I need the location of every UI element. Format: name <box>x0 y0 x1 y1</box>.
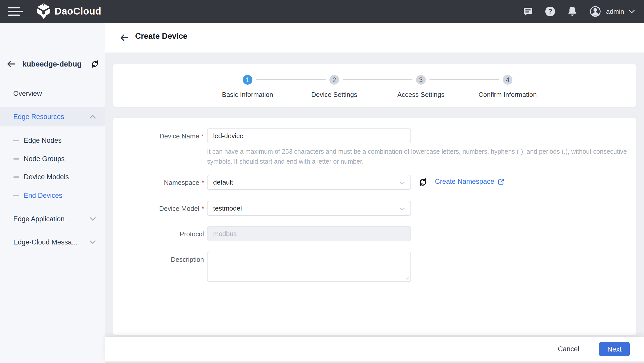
page-title: Create Device <box>135 32 187 41</box>
form-footer: Cancel Next <box>105 337 644 361</box>
step-1-label: Basic Information <box>222 91 273 99</box>
chevron-down-icon <box>400 182 405 185</box>
username: admin <box>606 8 624 16</box>
device-name-label: Device Name* <box>113 132 204 140</box>
sidebar-item-end-devices[interactable]: End Devices <box>0 186 105 205</box>
protocol-field <box>207 226 411 241</box>
bell-icon[interactable] <box>567 6 577 17</box>
step-3-circle: 3 <box>416 75 426 85</box>
chevron-up-icon <box>90 115 96 119</box>
sidebar-divider <box>7 82 98 82</box>
back-icon[interactable] <box>120 33 129 42</box>
top-navbar: DaoCloud ? admin <box>0 0 644 23</box>
namespace-select[interactable]: default <box>207 175 411 190</box>
step-4-label: Confirm Information <box>479 91 537 99</box>
workspace-title: kubeedge-debug <box>22 60 82 68</box>
daocloud-logo-icon <box>36 3 51 19</box>
bottom-strip <box>105 361 644 363</box>
step-2-circle: 2 <box>329 75 339 85</box>
device-name-hint: It can have a maximum of 253 characters … <box>207 147 635 166</box>
step-connector <box>256 79 326 80</box>
sidebar-group-edge-application[interactable]: Edge Application <box>0 210 105 228</box>
sidebar-group-edge-resources[interactable]: Edge Resources <box>0 107 105 126</box>
dash-icon <box>13 158 19 160</box>
required-asterisk: * <box>202 133 204 140</box>
sidebar-item-node-groups[interactable]: Node Groups <box>0 149 105 168</box>
required-asterisk: * <box>202 205 204 212</box>
avatar-icon <box>589 5 601 18</box>
message-icon[interactable] <box>523 6 533 17</box>
namespace-label: Namespace* <box>113 179 204 187</box>
sidebar-item-overview[interactable]: Overview <box>0 84 105 103</box>
sidebar: kubeedge-debug Overview Edge Resources E… <box>0 23 105 363</box>
protocol-label: Protocol <box>113 230 204 238</box>
step-connector <box>429 79 499 80</box>
menu-icon[interactable] <box>8 7 23 16</box>
external-link-icon <box>497 178 505 185</box>
namespace-value: default <box>213 178 233 186</box>
device-name-input[interactable] <box>208 129 410 143</box>
description-textarea[interactable] <box>208 252 410 281</box>
svg-text:?: ? <box>548 7 552 15</box>
required-asterisk: * <box>202 179 204 186</box>
dash-icon <box>13 176 19 178</box>
step-1-circle: 1 <box>243 75 252 85</box>
step-connector <box>343 79 413 80</box>
device-name-field <box>207 128 411 143</box>
stepper-card: 1 2 3 4 Basic Information Device Setting… <box>113 64 636 107</box>
device-model-label: Device Model* <box>113 205 204 213</box>
page-header: Create Device <box>105 23 644 53</box>
protocol-input <box>208 227 410 241</box>
user-menu[interactable]: admin <box>589 5 635 18</box>
chevron-down-icon <box>629 10 635 14</box>
step-3-label: Access Settings <box>397 91 445 99</box>
device-model-select[interactable]: testmodel <box>207 201 411 216</box>
step-2-label: Device Settings <box>311 91 357 99</box>
chevron-down-icon <box>90 217 96 221</box>
create-namespace-link[interactable]: Create Namespace <box>435 178 505 186</box>
sidebar-back-icon[interactable] <box>7 59 16 69</box>
sidebar-group-edge-cloud-message[interactable]: Edge-Cloud Messa... <box>0 233 105 252</box>
brand-name: DaoCloud <box>55 6 101 17</box>
help-icon[interactable]: ? <box>545 6 556 17</box>
dash-icon <box>13 140 19 141</box>
device-model-value: testmodel <box>213 204 242 212</box>
refresh-namespaces-icon[interactable] <box>418 177 428 188</box>
sidebar-item-edge-nodes[interactable]: Edge Nodes <box>0 131 105 150</box>
description-label: Description <box>113 256 204 264</box>
dash-icon <box>13 195 19 196</box>
chevron-down-icon <box>400 208 405 211</box>
basic-information-form: Device Name* It can have a maximum of 25… <box>113 118 636 335</box>
cancel-button[interactable]: Cancel <box>552 342 585 356</box>
brand[interactable]: DaoCloud <box>36 3 101 19</box>
chevron-down-icon <box>90 240 96 244</box>
description-field <box>207 252 411 282</box>
switch-workspace-icon[interactable] <box>90 59 99 69</box>
step-4-circle: 4 <box>503 75 512 85</box>
next-button[interactable]: Next <box>599 342 630 356</box>
sidebar-item-device-models[interactable]: Device Models <box>0 167 105 186</box>
